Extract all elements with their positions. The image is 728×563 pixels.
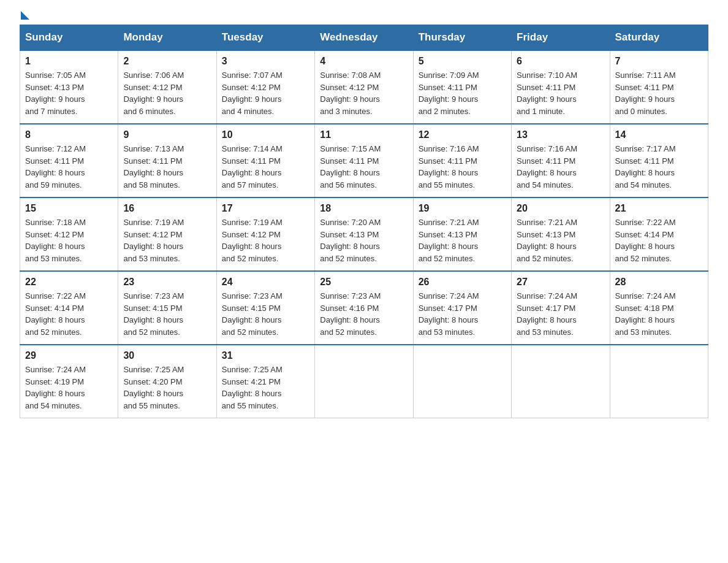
day-info: Sunrise: 7:07 AMSunset: 4:12 PMDaylight:… bbox=[222, 71, 282, 116]
day-number: 29 bbox=[25, 350, 113, 361]
day-info: Sunrise: 7:14 AMSunset: 4:11 PMDaylight:… bbox=[222, 144, 282, 190]
day-number: 1 bbox=[25, 56, 113, 67]
day-info: Sunrise: 7:13 AMSunset: 4:11 PMDaylight:… bbox=[123, 144, 184, 190]
day-number: 17 bbox=[222, 203, 309, 214]
day-info: Sunrise: 7:25 AMSunset: 4:21 PMDaylight:… bbox=[222, 365, 282, 410]
day-info: Sunrise: 7:12 AMSunset: 4:11 PMDaylight:… bbox=[25, 144, 86, 190]
day-number: 11 bbox=[320, 129, 408, 140]
day-number: 9 bbox=[123, 129, 211, 140]
page-header bbox=[20, 15, 708, 17]
day-info: Sunrise: 7:15 AMSunset: 4:11 PMDaylight:… bbox=[320, 144, 381, 190]
logo bbox=[20, 15, 29, 17]
day-number: 15 bbox=[25, 203, 113, 214]
calendar-cell: 3 Sunrise: 7:07 AMSunset: 4:12 PMDayligh… bbox=[216, 50, 314, 124]
day-info: Sunrise: 7:24 AMSunset: 4:18 PMDaylight:… bbox=[615, 291, 676, 337]
calendar-cell: 30 Sunrise: 7:25 AMSunset: 4:20 PMDaylig… bbox=[118, 345, 216, 418]
day-number: 31 bbox=[222, 350, 309, 361]
day-info: Sunrise: 7:23 AMSunset: 4:15 PMDaylight:… bbox=[123, 291, 184, 337]
day-number: 16 bbox=[123, 203, 211, 214]
calendar-week-row: 29 Sunrise: 7:24 AMSunset: 4:19 PMDaylig… bbox=[20, 345, 708, 418]
calendar-week-row: 15 Sunrise: 7:18 AMSunset: 4:12 PMDaylig… bbox=[20, 197, 708, 271]
day-info: Sunrise: 7:17 AMSunset: 4:11 PMDaylight:… bbox=[615, 144, 676, 190]
calendar-cell: 17 Sunrise: 7:19 AMSunset: 4:12 PMDaylig… bbox=[216, 197, 314, 271]
calendar-week-row: 1 Sunrise: 7:05 AMSunset: 4:13 PMDayligh… bbox=[20, 50, 708, 124]
day-info: Sunrise: 7:16 AMSunset: 4:11 PMDaylight:… bbox=[419, 144, 479, 190]
logo-triangle-icon bbox=[21, 11, 29, 20]
calendar-cell: 11 Sunrise: 7:15 AMSunset: 4:11 PMDaylig… bbox=[315, 124, 413, 197]
day-info: Sunrise: 7:05 AMSunset: 4:13 PMDaylight:… bbox=[25, 71, 86, 116]
calendar-cell: 1 Sunrise: 7:05 AMSunset: 4:13 PMDayligh… bbox=[20, 50, 118, 124]
day-number: 5 bbox=[419, 56, 506, 67]
day-number: 21 bbox=[615, 203, 703, 214]
calendar-cell bbox=[413, 345, 511, 418]
calendar-cell: 2 Sunrise: 7:06 AMSunset: 4:12 PMDayligh… bbox=[118, 50, 216, 124]
day-info: Sunrise: 7:25 AMSunset: 4:20 PMDaylight:… bbox=[123, 365, 184, 410]
day-info: Sunrise: 7:18 AMSunset: 4:12 PMDaylight:… bbox=[25, 218, 86, 263]
calendar-cell: 4 Sunrise: 7:08 AMSunset: 4:12 PMDayligh… bbox=[315, 50, 413, 124]
calendar-cell: 9 Sunrise: 7:13 AMSunset: 4:11 PMDayligh… bbox=[118, 124, 216, 197]
weekday-header-row: SundayMondayTuesdayWednesdayThursdayFrid… bbox=[20, 25, 708, 51]
calendar-cell bbox=[315, 345, 413, 418]
day-number: 8 bbox=[25, 129, 113, 140]
weekday-header-friday: Friday bbox=[512, 25, 610, 51]
day-info: Sunrise: 7:24 AMSunset: 4:19 PMDaylight:… bbox=[25, 365, 86, 410]
day-number: 14 bbox=[615, 129, 703, 140]
weekday-header-wednesday: Wednesday bbox=[315, 25, 413, 51]
day-info: Sunrise: 7:06 AMSunset: 4:12 PMDaylight:… bbox=[123, 71, 184, 116]
calendar-cell: 29 Sunrise: 7:24 AMSunset: 4:19 PMDaylig… bbox=[20, 345, 118, 418]
calendar-week-row: 22 Sunrise: 7:22 AMSunset: 4:14 PMDaylig… bbox=[20, 271, 708, 345]
calendar-cell: 27 Sunrise: 7:24 AMSunset: 4:17 PMDaylig… bbox=[512, 271, 610, 345]
day-number: 20 bbox=[517, 203, 604, 214]
calendar-cell: 23 Sunrise: 7:23 AMSunset: 4:15 PMDaylig… bbox=[118, 271, 216, 345]
weekday-header-thursday: Thursday bbox=[413, 25, 511, 51]
day-info: Sunrise: 7:19 AMSunset: 4:12 PMDaylight:… bbox=[222, 218, 282, 263]
day-info: Sunrise: 7:24 AMSunset: 4:17 PMDaylight:… bbox=[517, 291, 577, 337]
day-number: 24 bbox=[222, 277, 309, 288]
calendar-cell: 19 Sunrise: 7:21 AMSunset: 4:13 PMDaylig… bbox=[413, 197, 511, 271]
day-number: 10 bbox=[222, 129, 309, 140]
day-info: Sunrise: 7:22 AMSunset: 4:14 PMDaylight:… bbox=[25, 291, 86, 337]
day-info: Sunrise: 7:21 AMSunset: 4:13 PMDaylight:… bbox=[517, 218, 577, 263]
calendar-cell: 25 Sunrise: 7:23 AMSunset: 4:16 PMDaylig… bbox=[315, 271, 413, 345]
calendar-cell: 7 Sunrise: 7:11 AMSunset: 4:11 PMDayligh… bbox=[610, 50, 708, 124]
day-number: 7 bbox=[615, 56, 703, 67]
day-number: 27 bbox=[517, 277, 604, 288]
day-number: 26 bbox=[419, 277, 506, 288]
day-info: Sunrise: 7:19 AMSunset: 4:12 PMDaylight:… bbox=[123, 218, 184, 263]
calendar-cell bbox=[610, 345, 708, 418]
day-info: Sunrise: 7:09 AMSunset: 4:11 PMDaylight:… bbox=[419, 71, 479, 116]
calendar-cell: 5 Sunrise: 7:09 AMSunset: 4:11 PMDayligh… bbox=[413, 50, 511, 124]
day-info: Sunrise: 7:16 AMSunset: 4:11 PMDaylight:… bbox=[517, 144, 577, 190]
day-info: Sunrise: 7:08 AMSunset: 4:12 PMDaylight:… bbox=[320, 71, 381, 116]
weekday-header-tuesday: Tuesday bbox=[216, 25, 314, 51]
day-number: 3 bbox=[222, 56, 309, 67]
day-info: Sunrise: 7:24 AMSunset: 4:17 PMDaylight:… bbox=[419, 291, 479, 337]
day-number: 28 bbox=[615, 277, 703, 288]
day-number: 25 bbox=[320, 277, 408, 288]
calendar-table: SundayMondayTuesdayWednesdayThursdayFrid… bbox=[20, 25, 708, 418]
day-number: 22 bbox=[25, 277, 113, 288]
weekday-header-sunday: Sunday bbox=[20, 25, 118, 51]
day-number: 12 bbox=[419, 129, 506, 140]
day-number: 23 bbox=[123, 277, 211, 288]
day-info: Sunrise: 7:20 AMSunset: 4:13 PMDaylight:… bbox=[320, 218, 381, 263]
day-info: Sunrise: 7:22 AMSunset: 4:14 PMDaylight:… bbox=[615, 218, 676, 263]
day-number: 18 bbox=[320, 203, 408, 214]
calendar-cell: 13 Sunrise: 7:16 AMSunset: 4:11 PMDaylig… bbox=[512, 124, 610, 197]
calendar-cell: 31 Sunrise: 7:25 AMSunset: 4:21 PMDaylig… bbox=[216, 345, 314, 418]
day-number: 2 bbox=[123, 56, 211, 67]
weekday-header-monday: Monday bbox=[118, 25, 216, 51]
day-info: Sunrise: 7:21 AMSunset: 4:13 PMDaylight:… bbox=[419, 218, 479, 263]
calendar-cell: 15 Sunrise: 7:18 AMSunset: 4:12 PMDaylig… bbox=[20, 197, 118, 271]
calendar-cell: 24 Sunrise: 7:23 AMSunset: 4:15 PMDaylig… bbox=[216, 271, 314, 345]
calendar-cell: 14 Sunrise: 7:17 AMSunset: 4:11 PMDaylig… bbox=[610, 124, 708, 197]
calendar-cell: 6 Sunrise: 7:10 AMSunset: 4:11 PMDayligh… bbox=[512, 50, 610, 124]
calendar-cell bbox=[512, 345, 610, 418]
calendar-cell: 21 Sunrise: 7:22 AMSunset: 4:14 PMDaylig… bbox=[610, 197, 708, 271]
calendar-cell: 12 Sunrise: 7:16 AMSunset: 4:11 PMDaylig… bbox=[413, 124, 511, 197]
calendar-cell: 8 Sunrise: 7:12 AMSunset: 4:11 PMDayligh… bbox=[20, 124, 118, 197]
day-number: 6 bbox=[517, 56, 604, 67]
day-info: Sunrise: 7:11 AMSunset: 4:11 PMDaylight:… bbox=[615, 71, 676, 116]
day-number: 19 bbox=[419, 203, 506, 214]
day-info: Sunrise: 7:23 AMSunset: 4:15 PMDaylight:… bbox=[222, 291, 282, 337]
